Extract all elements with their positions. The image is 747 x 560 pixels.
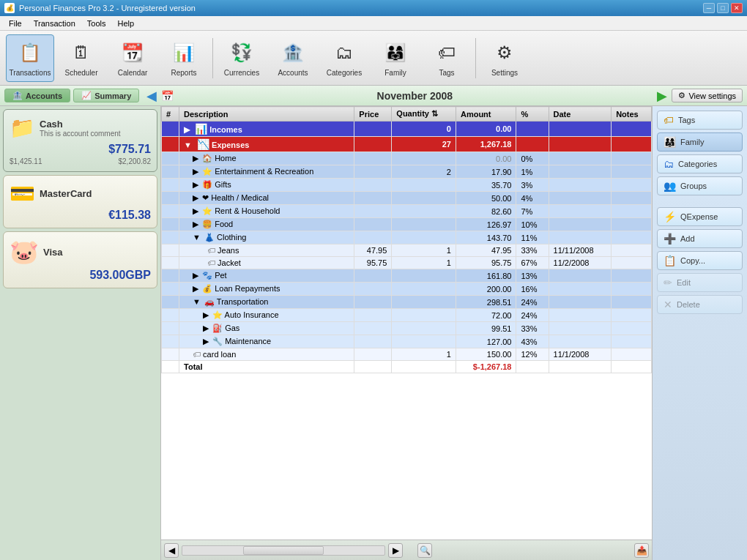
menu-transaction[interactable]: Transaction bbox=[28, 18, 81, 29]
toolbar-divider-1 bbox=[212, 38, 213, 78]
minimize-button[interactable]: ─ bbox=[703, 3, 715, 13]
col-percent[interactable]: % bbox=[516, 107, 549, 122]
tags-sidebar-icon: 🏷 bbox=[664, 114, 674, 126]
expand-transportation[interactable]: ▼ bbox=[193, 297, 201, 306]
expand-auto[interactable]: ▶ bbox=[203, 310, 209, 319]
toolbar-currencies-label: Currencies bbox=[224, 69, 259, 77]
copy-label: Copy... bbox=[680, 256, 705, 265]
col-notes[interactable]: Notes bbox=[612, 107, 652, 122]
close-button[interactable]: ✕ bbox=[731, 3, 743, 13]
transactions-table-area: # Description Price Quantity ⇅ Amount % … bbox=[161, 106, 652, 540]
expand-loan[interactable]: ▶ bbox=[193, 284, 198, 293]
copy-button[interactable]: 📋 Copy... bbox=[657, 251, 743, 270]
table-row: 🏷 Jeans 47.95 1 47.95 33% 11/11/2008 bbox=[162, 244, 652, 257]
expand-clothing[interactable]: ▼ bbox=[193, 233, 201, 242]
cash-sub-balance-1: $1,425.11 bbox=[10, 157, 42, 165]
expand-rent[interactable]: ▶ bbox=[193, 206, 198, 215]
expand-health[interactable]: ▶ bbox=[193, 193, 198, 202]
expand-pet[interactable]: ▶ bbox=[193, 271, 198, 280]
expand-gas[interactable]: ▶ bbox=[203, 324, 209, 332]
family-sidebar-label: Family bbox=[680, 138, 704, 146]
view-settings-button[interactable]: ⚙ View settings bbox=[672, 89, 743, 102]
table-row: 🏷 Jacket 95.75 1 95.75 67% 11/2/2008 bbox=[162, 257, 652, 269]
toolbar-transactions[interactable]: 📋 Transactions bbox=[6, 34, 54, 82]
toolbar-reports[interactable]: 📊 Reports bbox=[160, 34, 208, 82]
col-quantity[interactable]: Quantity ⇅ bbox=[392, 107, 456, 122]
table-row: ▶ ⭐ Auto Insurance 72.00 24% bbox=[162, 309, 652, 322]
expand-food[interactable]: ▶ bbox=[193, 220, 198, 228]
groups-sidebar-button[interactable]: 👥 Groups bbox=[657, 176, 743, 195]
expand-home[interactable]: ▶ bbox=[193, 154, 198, 163]
account-mastercard[interactable]: 💳 MasterCard €115.38 bbox=[3, 175, 157, 228]
menu-help[interactable]: Help bbox=[111, 18, 140, 29]
col-description[interactable]: Description bbox=[179, 107, 354, 122]
table-row: ▶ 🏠 Home 0.00 0% bbox=[162, 152, 652, 165]
qexpense-icon: ⚡ bbox=[664, 211, 676, 223]
add-icon: ➕ bbox=[664, 233, 676, 244]
col-date[interactable]: Date bbox=[549, 107, 612, 122]
expand-maintenance[interactable]: ▶ bbox=[203, 337, 209, 346]
mastercard-icon: 💳 bbox=[10, 182, 35, 206]
table-row: ▼ 👗 Clothing 143.70 11% bbox=[162, 231, 652, 244]
table-row-total: Total $-1,267.18 bbox=[162, 361, 652, 373]
toolbar: 📋 Transactions 🗓 Scheduler 📆 Calendar 📊 … bbox=[0, 31, 747, 86]
groups-sidebar-icon: 👥 bbox=[664, 180, 676, 192]
qexpense-button[interactable]: ⚡ QExpense bbox=[657, 207, 743, 226]
toolbar-family[interactable]: 👨‍👩‍👧 Family bbox=[371, 34, 420, 82]
next-month-arrow[interactable]: ▶ bbox=[657, 88, 667, 104]
account-cash[interactable]: 📁 Cash This is account comment $775.71 $… bbox=[3, 109, 157, 172]
nav-bar: 🏦 Accounts 📈 Summary ◀ 📅 November 2008 ▶… bbox=[0, 86, 747, 106]
table-row: ▶ ⛽ Gas 99.51 33% bbox=[162, 322, 652, 335]
edit-icon: ✏ bbox=[664, 277, 672, 288]
account-visa[interactable]: 🐷 Visa 593.00GBP bbox=[3, 231, 157, 288]
cash-balance: $775.71 bbox=[10, 143, 151, 156]
delete-button[interactable]: ✕ Delete bbox=[657, 295, 743, 314]
table-row: ▶ 🍔 Food 126.97 10% bbox=[162, 218, 652, 231]
menu-tools[interactable]: Tools bbox=[81, 18, 112, 29]
right-sidebar: 🏷 Tags 👨‍👩‍👧 Family 🗂 Categories 👥 Group… bbox=[652, 106, 747, 560]
cash-account-name: Cash bbox=[40, 119, 151, 130]
menu-file[interactable]: File bbox=[3, 18, 28, 29]
toolbar-tags[interactable]: 🏷 Tags bbox=[423, 34, 471, 82]
col-num[interactable]: # bbox=[162, 107, 179, 122]
prev-month-arrow[interactable]: ◀ bbox=[146, 88, 157, 104]
toolbar-settings[interactable]: ⚙ Settings bbox=[480, 34, 529, 82]
horizontal-scrollbar[interactable] bbox=[182, 545, 385, 556]
table-row: ▶ 📊 Incomes 0 0.00 bbox=[162, 122, 652, 137]
col-amount[interactable]: Amount bbox=[456, 107, 516, 122]
maximize-button[interactable]: □ bbox=[717, 3, 729, 13]
accounts-nav-button[interactable]: 🏦 Accounts bbox=[4, 89, 70, 102]
transactions-icon: 📋 bbox=[16, 39, 44, 67]
expand-expenses[interactable]: ▼ bbox=[184, 141, 192, 149]
visa-icon: 🐷 bbox=[10, 238, 39, 266]
col-price[interactable]: Price bbox=[354, 107, 392, 122]
edit-button[interactable]: ✏ Edit bbox=[657, 273, 743, 292]
expand-incomes[interactable]: ▶ bbox=[184, 125, 190, 134]
family-icon: 👨‍👩‍👧 bbox=[382, 39, 409, 67]
toolbar-currencies[interactable]: 💱 Currencies bbox=[218, 34, 266, 82]
search-button[interactable]: 🔍 bbox=[417, 543, 432, 558]
toolbar-calendar[interactable]: 📆 Calendar bbox=[108, 34, 157, 82]
scroll-left-button[interactable]: ◀ bbox=[164, 543, 179, 558]
add-button[interactable]: ➕ Add bbox=[657, 229, 743, 248]
toolbar-calendar-label: Calendar bbox=[118, 69, 148, 77]
categories-sidebar-button[interactable]: 🗂 Categories bbox=[657, 154, 743, 173]
scrollbar-thumb[interactable] bbox=[243, 546, 324, 555]
summary-nav-button[interactable]: 📈 Summary bbox=[73, 89, 139, 102]
table-row: ▼ 📉 Expenses 27 1,267.18 bbox=[162, 137, 652, 152]
toolbar-categories[interactable]: 🗂 Categories bbox=[320, 34, 368, 82]
table-row: ▶ ⭐ Entertainment & Recreation 2 17.90 1… bbox=[162, 165, 652, 179]
scroll-right-button[interactable]: ▶ bbox=[388, 543, 403, 558]
mastercard-account-name: MasterCard bbox=[40, 188, 151, 199]
tags-sidebar-label: Tags bbox=[678, 116, 695, 124]
tags-sidebar-button[interactable]: 🏷 Tags bbox=[657, 111, 743, 130]
accounts-nav-label: Accounts bbox=[26, 92, 62, 100]
family-sidebar-button[interactable]: 👨‍👩‍👧 Family bbox=[657, 132, 743, 152]
expand-entertainment[interactable]: ▶ bbox=[193, 167, 198, 176]
accounts-sidebar: 📁 Cash This is account comment $775.71 $… bbox=[0, 106, 161, 560]
expand-gifts[interactable]: ▶ bbox=[193, 180, 198, 189]
toolbar-accounts[interactable]: 🏦 Accounts bbox=[269, 34, 317, 82]
export-button[interactable]: 📤 bbox=[634, 543, 649, 558]
toolbar-divider-2 bbox=[475, 38, 476, 78]
toolbar-scheduler[interactable]: 🗓 Scheduler bbox=[57, 34, 105, 82]
